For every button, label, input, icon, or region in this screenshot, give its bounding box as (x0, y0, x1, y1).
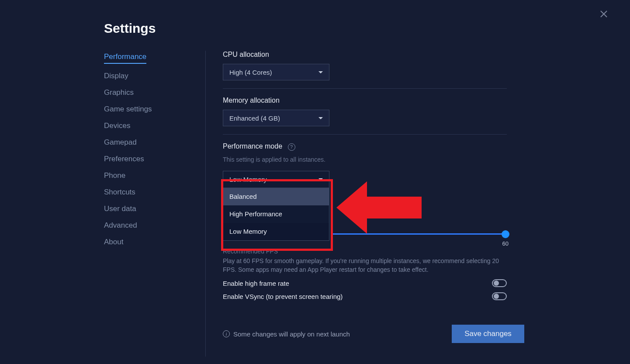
divider (223, 88, 507, 89)
cpu-allocation-label: CPU allocation (223, 51, 507, 59)
footer-info-text: Some changes will apply on next launch (233, 330, 350, 338)
performance-mode-option-balanced[interactable]: Balanced (223, 188, 329, 205)
cpu-allocation-select[interactable]: High (4 Cores) (223, 64, 329, 80)
sidebar-item-preferences[interactable]: Preferences (104, 155, 144, 163)
performance-mode-value-row[interactable]: Low Memory (223, 171, 329, 188)
enable-high-frame-rate-label: Enable high frame rate (223, 280, 289, 287)
page-title: Settings (104, 21, 156, 36)
annotation-arrow-icon (336, 181, 424, 234)
close-icon[interactable] (599, 9, 609, 19)
sidebar-item-display[interactable]: Display (104, 72, 128, 80)
memory-allocation-value: Enhanced (4 GB) (229, 114, 280, 122)
enable-vsync-label: Enable VSync (to prevent screen tearing) (223, 293, 343, 300)
help-icon[interactable]: ? (288, 143, 295, 151)
sidebar-item-about[interactable]: About (104, 238, 123, 246)
sidebar: Performance Display Graphics Game settin… (104, 52, 191, 246)
performance-mode-option-high-performance[interactable]: High Performance (223, 205, 329, 223)
divider (223, 134, 507, 135)
performance-mode-label: Performance mode ? (223, 142, 507, 151)
performance-mode-option-low-memory[interactable]: Low Memory (223, 223, 329, 240)
performance-mode-select[interactable]: Low Memory Balanced High Performance Low… (223, 171, 329, 241)
memory-allocation-select[interactable]: Enhanced (4 GB) (223, 110, 329, 126)
performance-mode-label-text: Performance mode (223, 142, 282, 150)
sidebar-item-gamepad[interactable]: Gamepad (104, 138, 137, 147)
sidebar-item-shortcuts[interactable]: Shortcuts (104, 188, 135, 197)
cpu-allocation-value: High (4 Cores) (229, 69, 272, 76)
svg-marker-0 (336, 181, 422, 234)
caret-down-icon (318, 178, 323, 180)
sidebar-item-devices[interactable]: Devices (104, 121, 130, 130)
sidebar-item-advanced[interactable]: Advanced (104, 221, 137, 230)
recommended-fps-label: Recommended FPS (223, 248, 507, 255)
performance-mode-value: Low Memory (229, 176, 267, 183)
caret-down-icon (318, 71, 323, 73)
sidebar-item-user-data[interactable]: User data (104, 205, 136, 213)
save-changes-button[interactable]: Save changes (452, 325, 524, 343)
slider-max-label: 60 (502, 240, 509, 247)
enable-high-frame-rate-toggle[interactable] (492, 279, 507, 287)
slider-thumb[interactable] (502, 230, 509, 238)
caret-down-icon (318, 117, 323, 119)
vertical-divider (205, 51, 206, 357)
recommended-fps-text: Play at 60 FPS for smooth gameplay. If y… (223, 257, 502, 274)
footer-info: i Some changes will apply on next launch (223, 330, 350, 338)
sidebar-item-game-settings[interactable]: Game settings (104, 105, 152, 114)
sidebar-item-performance[interactable]: Performance (104, 52, 146, 64)
memory-allocation-label: Memory allocation (223, 97, 507, 104)
enable-vsync-toggle[interactable] (492, 292, 507, 300)
info-icon: i (223, 330, 230, 337)
sidebar-item-phone[interactable]: Phone (104, 171, 125, 180)
performance-mode-subtext: This setting is applied to all instances… (223, 156, 507, 163)
sidebar-item-graphics[interactable]: Graphics (104, 88, 134, 97)
